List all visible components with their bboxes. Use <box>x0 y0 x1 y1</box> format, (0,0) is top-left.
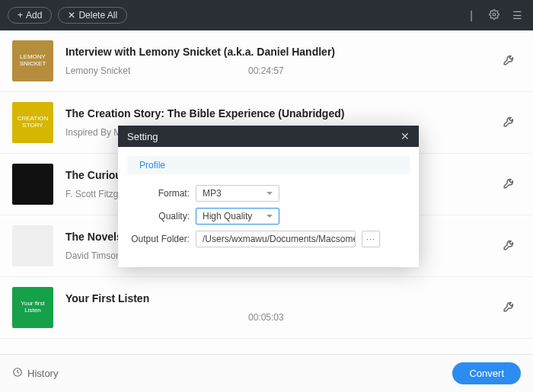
modal-header: Setting ✕ <box>118 126 419 147</box>
close-icon: ✕ <box>68 10 75 21</box>
clock-icon <box>12 367 23 380</box>
settings-modal: Setting ✕ Profile Format: MP3 Quality: H… <box>118 126 419 267</box>
item-title: Interview with Lemony Snicket (a.k.a. Da… <box>65 46 490 58</box>
browse-dots: ··· <box>366 234 375 244</box>
history-label: History <box>27 368 58 379</box>
item-author: Lemony Snicket <box>65 65 218 76</box>
item-settings-icon[interactable] <box>503 237 521 254</box>
quality-value: High Quality <box>203 211 252 221</box>
item-settings-icon[interactable] <box>503 53 521 69</box>
modal-title: Setting <box>127 131 158 142</box>
delete-all-label: Delete All <box>78 10 117 21</box>
format-label: Format: <box>129 188 190 199</box>
toolbar: + Add ✕ Delete All | ☰ <box>0 0 533 30</box>
format-value: MP3 <box>203 188 222 199</box>
quality-label: Quality: <box>129 211 190 221</box>
item-settings-icon[interactable] <box>503 176 521 193</box>
divider-icon: | <box>463 9 480 21</box>
footer: History Convert <box>0 354 533 392</box>
tab-bar: Profile <box>127 156 410 174</box>
output-folder-label: Output Folder: <box>129 234 190 244</box>
item-meta: Your First Listen00:05:03 <box>65 292 490 323</box>
thumbnail: LEMONY SNICKET <box>12 40 53 81</box>
settings-form: Format: MP3 Quality: High Quality Output… <box>118 182 419 250</box>
list-item[interactable]: LEMONY SNICKETInterview with Lemony Snic… <box>0 30 533 92</box>
gear-icon[interactable] <box>486 9 503 22</box>
menu-icon[interactable]: ☰ <box>509 9 525 21</box>
history-button[interactable]: History <box>12 367 58 380</box>
thumbnail <box>12 164 53 205</box>
svg-point-0 <box>493 13 496 16</box>
item-duration: 00:24:57 <box>248 65 284 76</box>
convert-button[interactable]: Convert <box>452 362 521 384</box>
output-folder-input[interactable]: /Users/wxmawu/Documents/Macsome Any Au <box>196 231 356 247</box>
add-button-label: Add <box>26 10 42 21</box>
thumbnail <box>12 225 53 266</box>
tab-profile[interactable]: Profile <box>136 158 168 173</box>
close-icon[interactable]: ✕ <box>401 130 410 142</box>
browse-button[interactable]: ··· <box>362 231 380 247</box>
convert-label: Convert <box>469 368 504 379</box>
list-item[interactable]: Your first ListenYour First Listen00:05:… <box>0 277 533 339</box>
item-duration: 00:05:03 <box>248 312 284 323</box>
item-title: Your First Listen <box>65 292 490 304</box>
delete-all-button[interactable]: ✕ Delete All <box>58 7 127 24</box>
thumbnail: CREATION STORY <box>12 102 53 143</box>
item-title: The Creation Story: The Bible Experience… <box>65 107 490 120</box>
item-meta: Interview with Lemony Snicket (a.k.a. Da… <box>65 46 490 76</box>
item-author <box>65 312 218 323</box>
item-settings-icon[interactable] <box>503 299 521 316</box>
plus-icon: + <box>18 10 23 21</box>
quality-select[interactable]: High Quality <box>196 208 279 225</box>
add-button[interactable]: + Add <box>8 7 52 24</box>
thumbnail: Your first Listen <box>12 287 53 328</box>
item-settings-icon[interactable] <box>503 114 521 131</box>
format-select[interactable]: MP3 <box>196 185 279 202</box>
output-folder-value: /Users/wxmawu/Documents/Macsome Any Au <box>203 234 356 244</box>
